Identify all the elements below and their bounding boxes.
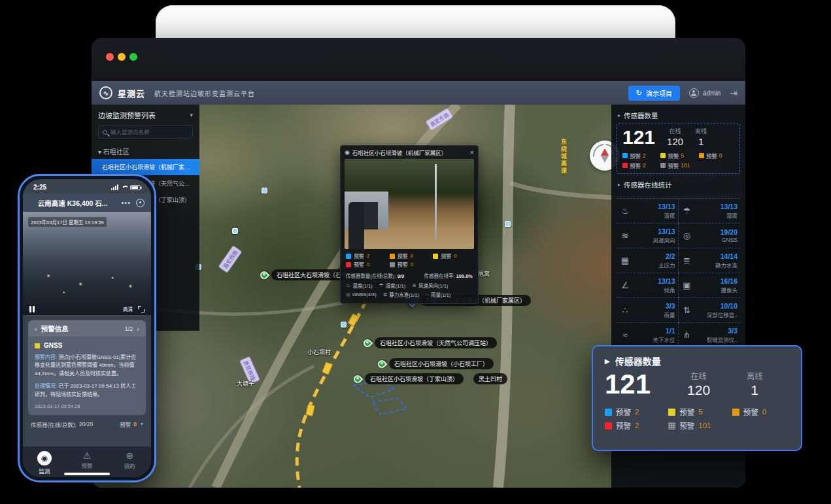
tab-profile[interactable]: ⊛ 我的: [109, 451, 151, 475]
tab-alerts[interactable]: ⚠ 预警: [65, 451, 108, 475]
green-pin-icon: [259, 269, 270, 280]
monitoring-point-item-active[interactable]: 石咀社区小石坝滑坡（机械厂家属区）: [92, 159, 199, 175]
tree-group[interactable]: ▾ 石咀社区: [92, 144, 199, 159]
yellow-warning-swatch: [668, 409, 675, 416]
popup-sensor-chips: ♨温度(1/1) ☂湿度(1/1) ≋风速风向(1/1) ◎GNSS(4/4) …: [341, 282, 478, 303]
status-time: 2:25: [33, 184, 46, 191]
pause-button[interactable]: [29, 306, 35, 312]
monitoring-point-popup: ◉ 石咀社区小石坝滑坡（机械厂家属区） × 预警2 预警0 预警0: [340, 145, 479, 304]
phone-tab-bar: ◉ 监测 ⚠ 预警 ⊛ 我的: [23, 446, 151, 477]
target-circle-icon[interactable]: [136, 199, 144, 207]
online-label: 在线: [670, 127, 681, 135]
tab-monitor[interactable]: ◉ 监测: [23, 451, 65, 475]
app-header: ∿ 星测云 航天检测站边坡形变监测云平台 ↻ 演示项目 admin ⇥: [92, 81, 745, 105]
prev-alert-icon[interactable]: ‹: [35, 325, 37, 333]
sensor-count-block: 121 在线 120 离线 1 预警2 预警2 预警5: [617, 124, 740, 174]
highway-name-label: 东绕城高速: [560, 139, 568, 175]
map-marker[interactable]: 石咀社区小石坝滑坡（天然气公司调压站）: [364, 337, 497, 348]
next-alert-icon[interactable]: ›: [137, 325, 139, 333]
sensor-cell-humidity: ☂13/13湿度: [679, 199, 741, 224]
refresh-icon: ↻: [636, 89, 642, 97]
camera-icon: ▣: [680, 280, 694, 290]
alert-content: 预警内容: 测点[小石坝滑坡GNSS-01]累计位移变化量达到蓝色预警阈值 40…: [35, 354, 139, 378]
section-arrow-icon[interactable]: ▸: [618, 112, 620, 118]
callout-warning-legend: 预警2 预警2 预警5 预警101 预警0: [605, 407, 789, 431]
home-indicator[interactable]: [64, 473, 110, 475]
close-window-button[interactable]: [106, 53, 114, 61]
alert-info-card: ‹ 预警信息 1/2 › GNSS 预警内容: 测点[小石坝滑坡GNSS-01]…: [28, 320, 146, 415]
chevron-down-icon[interactable]: ▾: [190, 112, 193, 118]
camera-marker-icon[interactable]: [232, 228, 238, 234]
sensor-cell-camera: ▣16/16摄像头: [679, 273, 741, 298]
tilt-icon: ∠: [618, 280, 632, 290]
live-video-player[interactable]: 2023年03月17日 星期五 19:19:59 高清: [23, 212, 151, 315]
rain-icon: ∴: [618, 305, 632, 315]
phone-nav-bar: 云南高速 K36,400 石... •••: [23, 193, 151, 212]
camera-marker-icon[interactable]: [262, 188, 267, 193]
camera-marker-icon[interactable]: [341, 322, 347, 328]
level-icon: ≣: [383, 292, 388, 297]
green-pin-icon: [352, 373, 364, 384]
more-options-icon[interactable]: •••: [121, 199, 131, 207]
place-label: 大塘子: [237, 379, 254, 388]
search-input[interactable]: [110, 129, 188, 135]
temperature-icon: ♨: [346, 282, 350, 288]
maximize-window-button[interactable]: [129, 53, 137, 61]
offline-label: 离线: [747, 370, 762, 381]
phone-page-title: 云南高速 K36,400 石...: [29, 198, 116, 208]
alert-card-title: 预警信息: [41, 324, 69, 333]
search-box[interactable]: [98, 126, 193, 139]
gnss-icon: ◎: [346, 292, 350, 297]
sensor-cell-groundwater: ≈1/1地下水位: [617, 323, 679, 348]
profile-icon: ⊛: [126, 451, 133, 460]
callout-title: 传感器数量: [615, 354, 661, 367]
camera-marker-icon[interactable]: [505, 221, 511, 227]
marker-label: 石咀社区小石坝滑坡（丁家山顶）: [365, 373, 464, 384]
alert-handle-status: 处理情况: 已于 2023-03-17 09:54:13 转人工研判，待现场核实…: [35, 382, 139, 399]
marker-label: 石咀社区小石坝滑坡（小石坝工厂）: [389, 358, 494, 369]
offline-count: 1: [751, 382, 758, 398]
place-label: 小石坝村: [307, 348, 331, 356]
popup-warning-legend: 预警2 预警0 预警0 预警0 预警0: [341, 249, 478, 269]
humidity-icon: ☂: [680, 206, 694, 216]
online-count: 120: [687, 382, 710, 398]
list-panel-title: 边坡监测预警列表: [98, 110, 156, 120]
minimize-window-button[interactable]: [118, 53, 126, 61]
battery-icon: [130, 185, 141, 190]
compass-south-needle: [601, 156, 609, 163]
online-label: 在线: [691, 370, 707, 381]
user-menu[interactable]: admin: [689, 88, 721, 98]
compass-north-needle: [601, 148, 609, 156]
sensor-cell-crack: ⋔3/3裂缝监测仪..: [679, 323, 741, 348]
online-count: 120: [667, 136, 683, 147]
map-marker[interactable]: 石咀社区小石坝滑坡（小石坝工厂）: [378, 358, 494, 369]
popup-close-icon[interactable]: ×: [470, 149, 474, 156]
map-marker[interactable]: 石咀社区小石坝滑坡（丁家山顶） 黑土凹村: [354, 373, 507, 384]
logout-icon[interactable]: ⇥: [730, 88, 738, 98]
sensor-online-stats-title: 传感器在线统计: [624, 180, 672, 190]
wind-icon: ≋: [618, 231, 632, 241]
brand-name: 星测云: [118, 87, 145, 99]
sensor-count-title: 传感器数量: [624, 110, 658, 120]
popup-title: 石咀社区小石坝滑坡（机械厂家属区）: [352, 148, 447, 156]
gray-warning-swatch: [390, 262, 395, 267]
video-quality-label[interactable]: 高清: [123, 305, 133, 312]
blue-warning-swatch: [622, 153, 628, 158]
deep-displacement-icon: ⇅: [680, 305, 694, 315]
orange-warning-swatch: [699, 153, 704, 158]
humidity-icon: ☂: [379, 282, 384, 288]
section-arrow-icon[interactable]: ▸: [618, 182, 620, 188]
chevron-down-icon: ▾: [141, 421, 143, 427]
sensor-cell-temperature: ♨13/13温度: [617, 199, 679, 224]
sensor-cell-level: ≣14/14静力水准: [679, 248, 741, 273]
yellow-warning-swatch: [433, 254, 438, 259]
alert-icon: ⚠: [83, 451, 92, 460]
section-arrow-icon: ▶: [605, 358, 610, 365]
sensor-cell-gnss: ◎19/20GNSS: [679, 224, 741, 248]
demo-project-button[interactable]: ↻ 演示项目: [628, 86, 680, 101]
gray-warning-swatch: [668, 422, 675, 429]
phone-sensor-status-line[interactable]: 传感器(在线/总数): 20/20 预警 0 ▾: [23, 419, 151, 429]
callout-total: 121: [605, 371, 651, 398]
fullscreen-icon[interactable]: [138, 306, 144, 312]
warning-legend: 预警2 预警2 预警5 预警101 预警0: [622, 152, 734, 169]
